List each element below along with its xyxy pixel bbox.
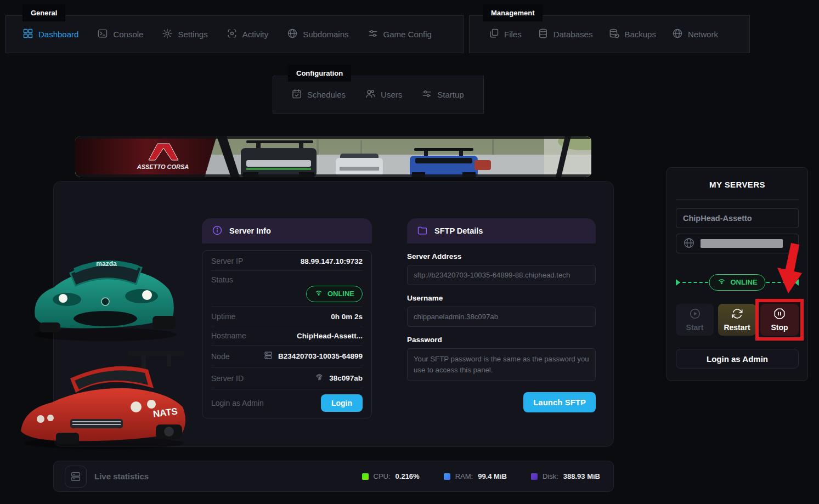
login-as-admin-label: Login as Admin bbox=[211, 399, 264, 407]
status-connector: ONLINE bbox=[676, 275, 799, 290]
stop-button[interactable]: Stop bbox=[760, 304, 799, 336]
nav-item-settings[interactable]: Settings bbox=[162, 28, 207, 41]
mazda-windshield-banner-text: mazda bbox=[96, 260, 117, 268]
status-online-badge: ONLINE bbox=[306, 286, 363, 302]
ram-value: 99.4 MiB bbox=[478, 472, 507, 480]
server-info-title: Server Info bbox=[229, 226, 271, 235]
disk-color-square bbox=[531, 473, 538, 480]
server-address-box[interactable] bbox=[676, 234, 799, 253]
sliders-icon bbox=[421, 88, 432, 101]
nav-item-network[interactable]: Network bbox=[672, 28, 718, 41]
node-label: Node bbox=[211, 352, 229, 361]
nav-item-backups[interactable]: Backups bbox=[608, 28, 656, 41]
nav-group-configuration: Configuration Schedules Users Startup bbox=[273, 76, 484, 114]
stop-octagon-icon bbox=[773, 308, 786, 321]
live-statistics-title: Live statistics bbox=[94, 472, 149, 481]
backup-icon bbox=[608, 28, 619, 41]
dashboard-icon bbox=[22, 28, 33, 41]
nav-item-databases[interactable]: Databases bbox=[538, 28, 593, 41]
sftp-details-header: SFTP Details bbox=[407, 218, 596, 243]
cpu-value: 0.216% bbox=[396, 472, 420, 480]
play-icon bbox=[689, 308, 701, 321]
nav-item-subdomains[interactable]: Subdomains bbox=[287, 28, 348, 41]
hostname-label: Hostname bbox=[211, 331, 246, 340]
sliders-icon bbox=[368, 28, 379, 41]
nav-item-label: Users bbox=[381, 90, 402, 99]
nav-item-users[interactable]: Users bbox=[365, 88, 402, 101]
restart-button[interactable]: Restart bbox=[718, 304, 756, 336]
server-id-row: Server ID 38c097ab bbox=[211, 367, 363, 389]
disk-value: 388.93 MiB bbox=[563, 472, 600, 480]
nav-item-label: Schedules bbox=[307, 90, 346, 99]
nav-item-label: Databases bbox=[553, 30, 593, 39]
uptime-value: 0h 0m 2s bbox=[331, 313, 363, 321]
status-row: Status ONLINE bbox=[211, 271, 363, 307]
hostname-value: ChipHead-Assett... bbox=[297, 332, 363, 340]
nav-item-label: Subdomains bbox=[303, 30, 348, 39]
nav-group-configuration-label: Configuration bbox=[288, 65, 351, 82]
uptime-row: Uptime 0h 0m 2s bbox=[211, 307, 363, 326]
nav-item-label: Dashboard bbox=[38, 30, 78, 39]
users-icon bbox=[365, 88, 376, 101]
sidebar-status-text: ONLINE bbox=[730, 278, 757, 286]
launch-sftp-button[interactable]: Launch SFTP bbox=[523, 392, 596, 412]
globe-icon bbox=[672, 28, 683, 41]
username-input[interactable] bbox=[407, 307, 596, 327]
sftp-details-title: SFTP Details bbox=[434, 226, 483, 235]
server-info-card: Server IP 88.99.147.10:9732 Status ONLIN… bbox=[202, 250, 372, 418]
nav-item-label: Backups bbox=[624, 30, 656, 39]
nav-item-game-config[interactable]: Game Config bbox=[368, 28, 432, 41]
files-icon bbox=[488, 28, 499, 41]
nav-group-general: General Dashboard Console Settings Activ… bbox=[5, 15, 464, 53]
assetto-corsa-logo-text: ASSETTO CORSA bbox=[137, 163, 189, 170]
ram-color-square bbox=[444, 473, 450, 480]
power-controls: Start Restart Stop bbox=[676, 304, 799, 336]
disk-label: Disk: bbox=[543, 472, 558, 480]
nav-item-dashboard[interactable]: Dashboard bbox=[22, 28, 78, 41]
globe-icon bbox=[683, 237, 695, 251]
node-row: Node B23420703-10035-64899 bbox=[211, 346, 363, 367]
nav-group-management: Management Files Databases Backups Netwo… bbox=[469, 15, 750, 53]
nav-item-console[interactable]: Console bbox=[97, 28, 143, 41]
database-icon bbox=[538, 28, 549, 41]
start-button[interactable]: Start bbox=[676, 304, 714, 336]
server-ip-row: Server IP 88.99.147.10:9732 bbox=[211, 252, 363, 271]
login-as-admin-button[interactable]: Login as Admin bbox=[676, 349, 799, 369]
wifi-icon bbox=[314, 288, 323, 299]
server-name-box[interactable]: ChipHead-Assetto bbox=[676, 208, 799, 228]
left-arrow-cap bbox=[676, 279, 680, 286]
login-as-admin-row: Login as Admin Login bbox=[211, 389, 363, 417]
login-button[interactable]: Login bbox=[321, 394, 363, 412]
username-label: Username bbox=[407, 294, 596, 302]
cpu-stat: CPU: 0.216% bbox=[362, 472, 420, 480]
hostname-row: Hostname ChipHead-Assett... bbox=[211, 326, 363, 346]
nav-item-label: Console bbox=[113, 30, 143, 39]
live-statistics-bar: Live statistics CPU: 0.216% RAM: 99.4 Mi… bbox=[53, 461, 614, 492]
nav-item-schedules[interactable]: Schedules bbox=[291, 88, 346, 101]
right-arrow-cap bbox=[794, 279, 799, 286]
server-rack-icon bbox=[263, 350, 273, 362]
cpu-color-square bbox=[362, 473, 369, 480]
server-dashboard-page: General Dashboard Console Settings Activ… bbox=[0, 0, 819, 504]
sftp-details-card: Server Address Username Password Your SF… bbox=[407, 243, 596, 412]
server-address-label: Server Address bbox=[407, 252, 596, 261]
server-ip-value: 88.99.147.10:9732 bbox=[301, 257, 363, 265]
password-note: Your SFTP password is the same as the pa… bbox=[407, 348, 596, 381]
teal-mx5-car-image: mazda bbox=[23, 235, 185, 344]
my-servers-panel: MY SERVERS ChipHead-Assetto ONLINE Start bbox=[667, 167, 808, 381]
restart-icon bbox=[731, 308, 743, 321]
server-name-text: ChipHead-Assetto bbox=[683, 214, 752, 223]
divider bbox=[676, 199, 799, 200]
nav-item-label: Activity bbox=[242, 30, 269, 39]
nav-item-activity[interactable]: Activity bbox=[227, 28, 269, 41]
nav-item-startup[interactable]: Startup bbox=[421, 88, 464, 101]
activity-icon bbox=[227, 28, 238, 41]
status-text: ONLINE bbox=[327, 290, 354, 298]
server-ip-label: Server IP bbox=[211, 257, 243, 265]
fingerprint-icon bbox=[314, 372, 324, 384]
uptime-label: Uptime bbox=[211, 312, 235, 321]
server-address-input[interactable] bbox=[407, 265, 596, 285]
nav-item-files[interactable]: Files bbox=[488, 28, 522, 41]
status-label: Status bbox=[211, 275, 363, 284]
wifi-icon bbox=[717, 277, 726, 287]
